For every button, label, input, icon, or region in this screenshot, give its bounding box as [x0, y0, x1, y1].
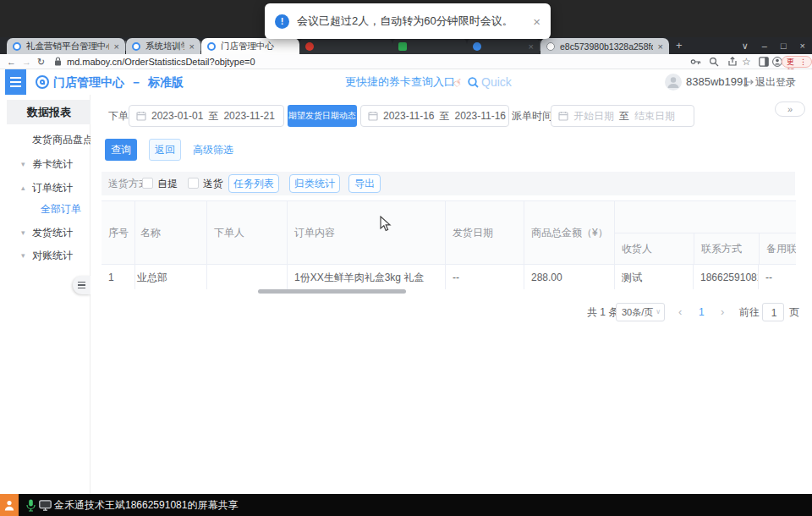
- current-page[interactable]: 1: [699, 303, 705, 321]
- quick-search-icon[interactable]: [468, 77, 479, 88]
- browser-tab-2[interactable]: 系统培训学习 ×: [126, 38, 200, 54]
- microphone-icon[interactable]: [26, 499, 36, 512]
- sidebar-item-all-orders[interactable]: 全部订单: [0, 198, 91, 220]
- end-date-placeholder: 结束日期: [634, 109, 675, 124]
- tab-title: 系统培训学习: [145, 41, 184, 52]
- forward-icon[interactable]: →: [22, 54, 31, 69]
- close-window-button[interactable]: ×: [793, 37, 812, 54]
- sidebar-item-shipping-inventory[interactable]: 发货商品盘点: [0, 129, 91, 151]
- category-stats-button[interactable]: 归类统计: [289, 174, 340, 193]
- col-contact: 联系方式: [694, 233, 759, 265]
- cell-receiver: 测试: [615, 265, 694, 289]
- tab-favicon: [473, 42, 481, 51]
- reload-icon[interactable]: ↻: [37, 54, 45, 69]
- browser-tab-active[interactable]: 门店管理中心: [201, 38, 299, 54]
- menu-toggle-button[interactable]: [5, 69, 26, 95]
- cell-backup-contact: --: [759, 265, 796, 289]
- calendar-icon: [368, 111, 378, 121]
- cell-contact: 18662591081: [694, 265, 759, 289]
- end-date-value: 2023-11-16: [455, 110, 507, 122]
- goto-suffix: 页: [789, 303, 799, 321]
- goto-page-input[interactable]: [763, 304, 785, 322]
- app-header: 门店管理中心－标准版 更快捷的券卡查询入口 ☞ Quick 8385wb1991…: [0, 69, 812, 95]
- order-time-range-input[interactable]: 2023-01-01 至 2023-11-21: [129, 105, 284, 127]
- sidebar-item-coupon-stats[interactable]: ▾ 券卡统计: [0, 153, 91, 175]
- chevron-down-icon: ▾: [21, 222, 25, 244]
- back-icon[interactable]: ←: [7, 54, 16, 69]
- sidebar-item-order-stats[interactable]: ▴ 订单统计: [0, 177, 91, 199]
- tab-close-icon[interactable]: ×: [189, 41, 195, 52]
- username-text: 8385wb1991: [686, 69, 749, 95]
- col-index: 序号: [102, 201, 135, 265]
- side-panel-icon[interactable]: [759, 57, 769, 67]
- browser-tab-4[interactable]: [299, 38, 392, 54]
- delivery-checkbox[interactable]: [188, 178, 199, 189]
- bookmark-star-icon[interactable]: ☆: [742, 54, 751, 69]
- tab-search-icon[interactable]: ∨: [735, 37, 755, 54]
- browser-tab-6[interactable]: ×: [467, 38, 540, 54]
- back-button[interactable]: 返回: [149, 139, 181, 161]
- cell-index: 1: [102, 265, 135, 289]
- export-button[interactable]: 导出: [348, 174, 381, 193]
- zoom-icon[interactable]: [709, 57, 719, 67]
- toast-close-icon[interactable]: ×: [533, 14, 540, 29]
- url-text[interactable]: md.maboy.cn/OrderStatisticsDetail?objtyp…: [67, 54, 255, 69]
- sidebar-collapse-button[interactable]: [73, 276, 91, 294]
- page-size-select[interactable]: 30条/页 ∨: [616, 303, 665, 321]
- cell-ship-date: --: [446, 265, 524, 289]
- cell-total-amount: 288.00: [524, 265, 615, 289]
- cell-name: 业总部: [135, 265, 207, 289]
- key-icon[interactable]: [690, 57, 701, 67]
- search-button[interactable]: 查询: [105, 139, 137, 161]
- logout-button[interactable]: 退出登录: [755, 69, 796, 95]
- delivery-label[interactable]: 送货: [203, 172, 223, 195]
- expand-filters-button[interactable]: »: [775, 102, 805, 117]
- sidebar-section-data-reports[interactable]: 数据报表: [7, 100, 91, 124]
- minimize-button[interactable]: –: [755, 37, 774, 54]
- delivery-toolbar: 送货方式 自提 送货 任务列表 归类统计 导出: [102, 172, 795, 195]
- browser-tab-7[interactable]: e8c573980b1328a258fd2e6 ×: [540, 38, 669, 54]
- chevron-down-icon: ▾: [21, 244, 25, 266]
- tab-close-icon[interactable]: ×: [658, 41, 663, 52]
- range-separator: 至: [619, 109, 629, 124]
- next-page-button[interactable]: ›: [721, 303, 724, 321]
- browser-tab-1[interactable]: 礼盒营销平台管理中心 ×: [7, 38, 125, 54]
- prev-page-button[interactable]: ‹: [678, 303, 682, 321]
- tab-close-icon[interactable]: ×: [529, 41, 534, 52]
- browser-tab-5[interactable]: [392, 38, 467, 54]
- sidebar-item-shipping-stats[interactable]: ▾ 发货统计: [0, 222, 91, 244]
- share-icon[interactable]: [727, 57, 738, 67]
- tab-favicon: [207, 42, 216, 51]
- window-controls: ∨ – □ ×: [735, 37, 812, 54]
- logout-icon[interactable]: [743, 77, 754, 87]
- cell-orderer: [207, 265, 288, 289]
- tab-favicon: [13, 42, 21, 51]
- avatar-person-icon: [665, 74, 682, 91]
- title-separator: －: [130, 75, 142, 89]
- advanced-filter-link[interactable]: 高级筛选: [193, 139, 233, 161]
- pagination-total: 共 1 条: [587, 303, 618, 321]
- start-date-placeholder: 开始日期: [573, 109, 614, 124]
- goto-page-box: [762, 303, 784, 321]
- pickup-checkbox[interactable]: [142, 178, 153, 189]
- maximize-button[interactable]: □: [774, 37, 793, 54]
- screen-share-icon[interactable]: [39, 500, 52, 511]
- quick-label[interactable]: Quick: [481, 69, 512, 95]
- chrome-update-button[interactable]: 更新 ⋮: [782, 56, 812, 68]
- quick-entry-link[interactable]: 更快捷的券卡查询入口: [345, 69, 455, 95]
- table-row[interactable]: 1 业总部 1份XX生鲜羊肉礼盒3kg 礼盒 -- 288.00 测试 1866…: [102, 265, 796, 289]
- task-list-button[interactable]: 任务列表: [228, 174, 279, 193]
- more-menu-icon: ⋮: [799, 57, 807, 67]
- dispatch-time-range-input[interactable]: 开始日期 至 结束日期: [551, 105, 694, 127]
- tab-close-icon[interactable]: ×: [114, 41, 119, 52]
- new-tab-button[interactable]: +: [669, 37, 689, 54]
- expected-ship-range-input[interactable]: 2023-11-16 至 2023-11-16: [360, 105, 509, 127]
- chevron-up-icon: ▴: [21, 177, 25, 199]
- pickup-label[interactable]: 自提: [157, 172, 178, 195]
- expected-ship-date-button[interactable]: 期望发货日期动态: [288, 105, 357, 127]
- orders-table: 序号 名称 下单人 订单内容 发货日期 商品总金额（¥） 收货人 联系方式 备用…: [102, 200, 796, 289]
- col-ship-date: 发货日期: [446, 201, 524, 265]
- start-date-value: 2023-11-16: [383, 110, 435, 122]
- sidebar-item-reconciliation-stats[interactable]: ▾ 对账统计: [0, 244, 91, 266]
- horizontal-scrollbar-thumb[interactable]: [258, 289, 406, 294]
